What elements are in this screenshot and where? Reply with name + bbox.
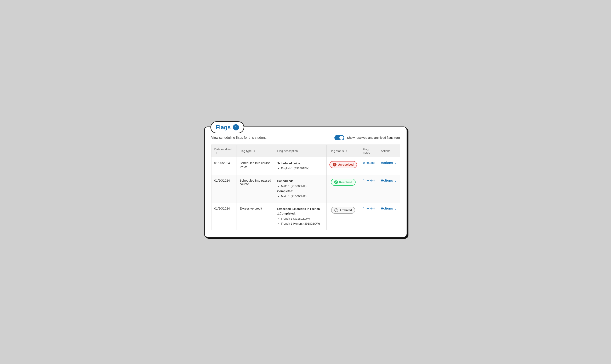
actions-button[interactable]: Actions ⌄ — [381, 161, 397, 165]
flagtype-sort-icon[interactable]: ⇕ — [253, 150, 255, 153]
status-badge: ✓Archived — [331, 207, 355, 214]
row-0-flag-desc: Scheduled twice:English 1 (391801EN) — [274, 157, 327, 175]
flags-card: Flags 1 View scheduling flags for this s… — [204, 127, 407, 238]
table-row: 01/20/2024Scheduled into course twiceSch… — [211, 157, 400, 175]
row-1-actions: Actions ⌄ — [378, 175, 400, 203]
col-flag-status: Flag status ⇕ — [327, 144, 360, 157]
status-badge: !Unresolved — [330, 161, 357, 168]
row-0-notes[interactable]: 0 note(s) — [360, 157, 378, 175]
date-sort-icon[interactable]: ⇕ — [215, 151, 217, 154]
row-0-date: 01/20/2024 — [211, 157, 236, 175]
card-top-bar: View scheduling flags for this student. … — [211, 135, 400, 140]
col-actions: Actions — [378, 144, 400, 157]
row-2-flag-desc: Exceeded 2.0 credits in French 1.Complet… — [274, 203, 327, 230]
flags-title: Flags — [216, 124, 231, 131]
status-badge: ✓Resolved — [331, 179, 355, 186]
row-1-notes[interactable]: 1 note(s) — [360, 175, 378, 203]
row-0-flag-type: Scheduled into course twice — [236, 157, 274, 175]
row-2-flag-type: Excessive credit — [236, 203, 274, 230]
table-header-row: Date modified ⇕ Flag type ⇕ Flag descrip… — [211, 144, 400, 157]
toggle-label: Show resolved and archived flags (on) — [347, 136, 400, 139]
row-0-flag-status: !Unresolved — [327, 157, 360, 175]
row-1-flag-type: Scheduled into passed course — [236, 175, 274, 203]
flags-count-badge: 1 — [233, 124, 239, 130]
row-1-flag-status: ✓Resolved — [327, 175, 360, 203]
row-2-notes[interactable]: 1 note(s) — [360, 203, 378, 230]
col-flag-notes: Flag notes — [360, 144, 378, 157]
col-date: Date modified ⇕ — [211, 144, 236, 157]
toggle-group: Show resolved and archived flags (on) — [334, 135, 400, 140]
table-row: 01/20/2024Scheduled into passed courseSc… — [211, 175, 400, 203]
chevron-down-icon: ⌄ — [394, 161, 397, 165]
col-flag-description: Flag description — [274, 144, 327, 157]
table-row: 01/20/2024Excessive creditExceeded 2.0 c… — [211, 203, 400, 230]
actions-button[interactable]: Actions ⌄ — [381, 179, 397, 182]
chevron-down-icon: ⌄ — [394, 207, 397, 210]
row-1-flag-desc: Scheduled:Math 1 (210000MT)Completed:Mat… — [274, 175, 327, 203]
archived-icon: ✓ — [334, 208, 338, 212]
actions-button[interactable]: Actions ⌄ — [381, 207, 397, 210]
row-2-flag-status: ✓Archived — [327, 203, 360, 230]
show-archived-toggle[interactable] — [334, 135, 344, 140]
unresolved-icon: ! — [333, 163, 336, 167]
status-label: Resolved — [339, 181, 352, 184]
row-2-actions: Actions ⌄ — [378, 203, 400, 230]
chevron-down-icon: ⌄ — [394, 179, 397, 182]
row-1-date: 01/20/2024 — [211, 175, 236, 203]
resolved-icon: ✓ — [334, 180, 338, 184]
status-label: Archived — [339, 208, 352, 212]
flags-table: Date modified ⇕ Flag type ⇕ Flag descrip… — [211, 144, 400, 231]
status-label: Unresolved — [338, 163, 353, 166]
flagstatus-sort-icon[interactable]: ⇕ — [346, 150, 347, 153]
col-flag-type: Flag type ⇕ — [236, 144, 274, 157]
card-subtitle: View scheduling flags for this student. — [211, 136, 267, 140]
row-2-date: 01/20/2024 — [211, 203, 236, 230]
flags-header-pill: Flags 1 — [210, 121, 244, 133]
row-0-actions: Actions ⌄ — [378, 157, 400, 175]
